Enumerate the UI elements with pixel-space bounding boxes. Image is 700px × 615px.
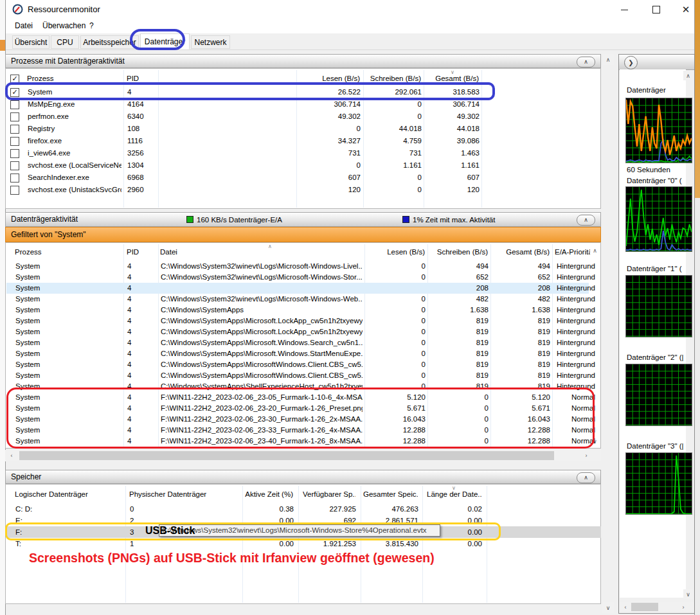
cell-name: MsMpEng.exe xyxy=(28,98,121,111)
section-header-processes[interactable]: Prozesse mit Datenträgeraktivität ∧ xyxy=(5,54,601,68)
cell-pid: 1304 xyxy=(127,159,157,172)
tab-arbeitsspeicher[interactable]: Arbeitsspeicher xyxy=(80,35,139,49)
activity-row[interactable]: System4C:\Windows\SystemApps01.6381.638H… xyxy=(6,305,589,316)
maximize-icon xyxy=(652,6,660,13)
storage-row[interactable]: C: D:00.38227.925476.2630.02 xyxy=(6,503,601,515)
filter-banner[interactable]: Gefiltert von "System" xyxy=(5,227,601,242)
activity-row[interactable]: System4F:\WIN11-22H2_2023-02-06_23-05_Fu… xyxy=(6,392,589,403)
sidebar-scroll-up-icon[interactable]: ∧ xyxy=(683,71,693,80)
activity-row[interactable]: System4F:\WIN11-22H2_2023-02-06_23-30_Fu… xyxy=(6,414,589,425)
process-row[interactable]: i_view64.exe32567317311.463 xyxy=(6,147,600,159)
process-row[interactable]: perfmon.exe634049.302049.302 xyxy=(6,111,600,123)
activity-row[interactable]: System4C:\Windows\System32\winevt\Logs\M… xyxy=(6,294,589,305)
tab-übersicht[interactable]: Übersicht xyxy=(12,35,49,49)
activity-row[interactable]: System4F:\WIN11-22H2_2023-02-06_23-20_Fu… xyxy=(6,403,589,414)
cell-process: System xyxy=(15,392,118,403)
cell-priority: Hintergrund xyxy=(539,283,595,294)
main-scroll-up-icon[interactable]: ∧ xyxy=(602,54,614,65)
activity-row[interactable]: System4C:\Windows\SystemApps\Microsoft.L… xyxy=(6,316,589,326)
activity-row[interactable]: System4F:\WIN11-22H2_2023-02-06_23-33_Fu… xyxy=(6,425,589,436)
scroll-right-icon[interactable]: › xyxy=(581,450,591,461)
cell-file: F:\WIN11-22H2_2023-02-06_23-33_Furmark-1… xyxy=(161,425,363,436)
scroll-left-icon[interactable]: ‹ xyxy=(621,602,630,612)
cell-priority: Hintergrund xyxy=(539,305,595,316)
close-button[interactable]: ✕ xyxy=(673,0,699,19)
scrollbar-thumb[interactable] xyxy=(19,451,554,460)
cell-pid: 4 xyxy=(127,381,157,392)
cell-name: svchost.exe (LocalServiceNet... xyxy=(28,159,121,172)
activity-row[interactable]: System4C:\Windows\SystemApps\Microsoft.L… xyxy=(6,326,589,337)
cell-logical: C: D: xyxy=(15,503,121,515)
maximize-button[interactable] xyxy=(643,0,669,19)
sidebar-scroll-down-icon[interactable]: ∨ xyxy=(683,589,693,599)
process-checkbox[interactable] xyxy=(10,137,19,146)
process-checkbox[interactable] xyxy=(10,100,19,109)
cell-logical: T: xyxy=(15,538,121,549)
expand-sidebar-button[interactable]: ❯ xyxy=(624,56,638,69)
process-checkbox[interactable] xyxy=(10,186,19,195)
cell-pid: 4 xyxy=(127,283,157,294)
cell-file: C:\Windows\System32\winevt\Logs\Microsof… xyxy=(161,261,363,272)
process-row[interactable]: firefox.exe111634.3274.75939.086 xyxy=(6,135,600,147)
section-header-activity[interactable]: Datenträgeraktivität 160 KB/s Datenträge… xyxy=(5,212,601,227)
sidebar-hscrollbar[interactable]: ‹ › xyxy=(620,602,694,612)
table-scroll-up-icon[interactable]: ∧ xyxy=(590,246,600,255)
process-row[interactable]: svchost.exe (UnistackSvcGro...2960120012… xyxy=(6,184,600,196)
storage-row[interactable]: T:10.001.921.2533.815.4300.00 xyxy=(6,538,601,549)
process-row[interactable]: MsMpEng.exe4164306.7140306.714 xyxy=(6,98,600,111)
process-row[interactable]: Registry108044.01844.018 xyxy=(6,123,600,135)
cell-process: System xyxy=(15,381,118,392)
activity-row[interactable]: System4C:\Windows\System32\winevt\Logs\M… xyxy=(6,272,589,283)
activity-row[interactable]: System4C:\Windows\System32\winevt\Logs\M… xyxy=(6,261,589,272)
process-checkbox[interactable] xyxy=(10,112,19,121)
menu-datei[interactable]: Datei xyxy=(15,21,33,30)
scrollbar-thumb[interactable] xyxy=(631,603,658,611)
scroll-right-icon[interactable]: › xyxy=(679,602,688,612)
activity-row[interactable]: System4F:\WIN11-22H2_2023-02-06_23-40_Fu… xyxy=(6,436,589,447)
activity-row[interactable]: System4208208Hintergrund xyxy=(6,283,589,294)
cell-process: System xyxy=(15,294,118,305)
graph-label: Datenträger xyxy=(627,86,688,94)
cell-write: 0 xyxy=(433,425,489,436)
process-checkbox[interactable] xyxy=(10,161,19,170)
process-row[interactable]: ✓System426.522292.061318.583 xyxy=(6,86,600,98)
minimize-button[interactable] xyxy=(611,0,637,19)
cell-read: 0 xyxy=(366,381,426,392)
process-row[interactable]: SearchIndexer.exe69686070607 xyxy=(6,172,600,184)
cell-write: 819 xyxy=(433,381,489,392)
activity-row[interactable]: System4C:\Windows\SystemApps\MicrosoftWi… xyxy=(6,370,589,381)
cell-pid: 6340 xyxy=(127,111,157,123)
cell-process: System xyxy=(15,436,118,447)
process-checkbox[interactable] xyxy=(10,149,19,158)
cell-file: C:\Windows\SystemApps\Microsoft.LockApp_… xyxy=(161,316,363,326)
activity-row[interactable]: System4C:\Windows\SystemApps\Microsoft.W… xyxy=(6,348,589,359)
sort-ascending-icon: ∧ xyxy=(268,244,272,249)
activity-row[interactable]: System4C:\Windows\SystemApps\ShellExperi… xyxy=(6,381,589,392)
tab-netzwerk[interactable]: Netzwerk xyxy=(191,35,230,49)
cell-pid: 4 xyxy=(127,337,157,348)
activity-hscrollbar[interactable]: ‹ › xyxy=(5,450,601,461)
section-header-storage[interactable]: Speicher ∧ xyxy=(5,470,601,484)
process-checkbox[interactable]: ✓ xyxy=(10,88,19,97)
header-process: Prozess xyxy=(15,246,118,258)
select-all-checkbox[interactable]: ✓ xyxy=(10,75,19,84)
cell-pid: 6968 xyxy=(127,172,157,184)
menu-ueberwachen[interactable]: Überwachen xyxy=(42,21,85,30)
activity-row[interactable]: System4C:\Windows\SystemApps\MicrosoftWi… xyxy=(6,359,589,370)
process-checkbox[interactable] xyxy=(10,125,19,134)
process-row[interactable]: svchost.exe (LocalServiceNet...130401.16… xyxy=(6,159,600,172)
collapse-storage-button[interactable]: ∧ xyxy=(577,472,595,483)
collapse-processes-button[interactable]: ∧ xyxy=(577,57,595,67)
cell-pid: 4 xyxy=(127,272,157,283)
process-checkbox[interactable] xyxy=(10,174,19,183)
scroll-left-icon[interactable]: ‹ xyxy=(6,450,17,461)
menu-help[interactable]: ? xyxy=(89,21,94,30)
cell-priority: Normal xyxy=(539,392,595,403)
collapse-activity-button[interactable]: ∧ xyxy=(577,215,595,226)
main-scroll-down-icon[interactable]: ∨ xyxy=(602,602,614,613)
cell-pid: 4 xyxy=(127,326,157,337)
activity-row[interactable]: System4C:\Windows\SystemApps\Microsoft.W… xyxy=(6,337,589,348)
graph-label: Datenträger "0" ( xyxy=(627,177,688,184)
tab-cpu[interactable]: CPU xyxy=(51,35,79,49)
tab-datenträger[interactable]: Datenträger xyxy=(140,33,190,49)
